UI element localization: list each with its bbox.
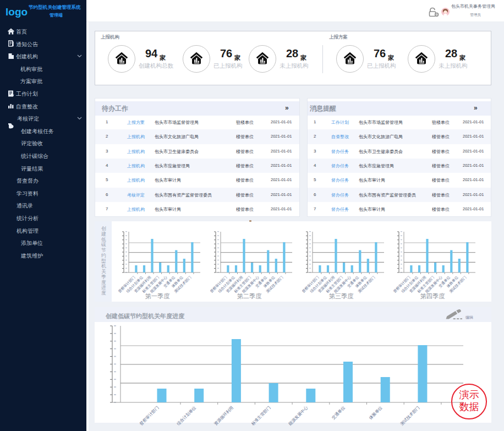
- svg-text:第二季度: 第二季度: [237, 293, 262, 299]
- svg-text:资源循环利用: 资源循环利用: [213, 405, 234, 427]
- svg-text:标准主管部门: 标准主管部门: [250, 405, 271, 427]
- svg-text:交通单位: 交通单位: [331, 405, 346, 421]
- svg-text:第四季度: 第四季度: [420, 293, 446, 299]
- svg-text:督察审计部门: 督察审计部门: [139, 405, 160, 427]
- svg-text:能源发展中心: 能源发展中心: [288, 405, 309, 427]
- svg-text:体验单位: 体验单位: [368, 405, 384, 421]
- svg-text:第一季度: 第一季度: [145, 293, 170, 299]
- svg-text:测试技术部门: 测试技术部门: [399, 405, 421, 427]
- svg-text:综合计划单位: 综合计划单位: [176, 405, 198, 427]
- svg-text:第三季度: 第三季度: [328, 293, 354, 299]
